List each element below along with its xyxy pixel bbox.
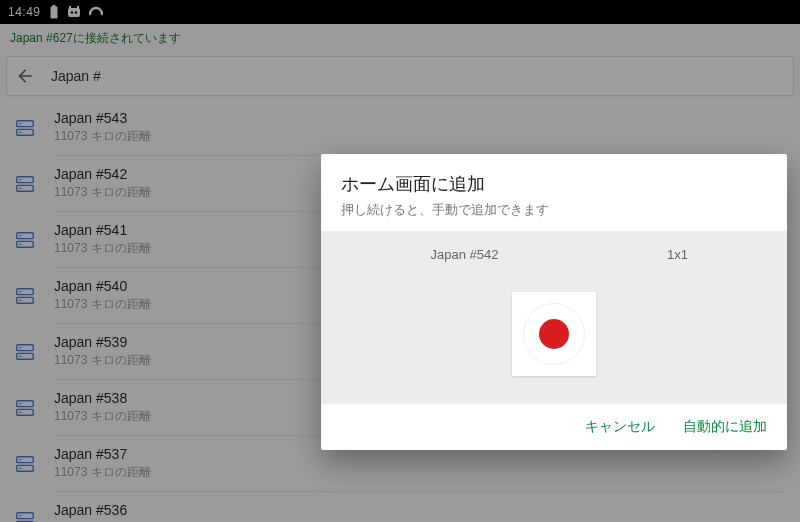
dialog-actions: キャンセル 自動的に追加 [321, 404, 787, 450]
dialog-body: Japan #542 1x1 [321, 231, 787, 404]
add-to-home-dialog: ホーム画面に追加 押し続けると、手動で追加できます Japan #542 1x1… [321, 154, 787, 450]
confirm-button[interactable]: 自動的に追加 [683, 418, 767, 436]
cancel-button[interactable]: キャンセル [585, 418, 655, 436]
dialog-header: ホーム画面に追加 押し続けると、手動で追加できます [321, 154, 787, 231]
widget-meta: Japan #542 1x1 [341, 247, 767, 262]
widget-size: 1x1 [588, 247, 767, 262]
screen: 14:49 Japan #627に接続されています Japan # Japan … [0, 0, 800, 522]
dialog-subtitle: 押し続けると、手動で追加できます [341, 202, 767, 219]
dialog-title: ホーム画面に追加 [341, 172, 767, 196]
widget-preview[interactable] [512, 292, 596, 376]
japan-flag-icon [523, 303, 585, 365]
widget-name: Japan #542 [341, 247, 588, 262]
